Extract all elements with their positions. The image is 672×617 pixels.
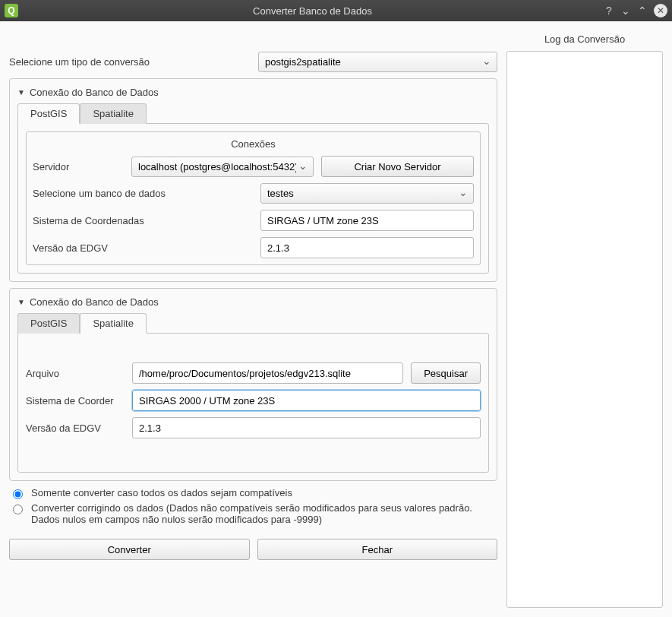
edgv-label: Versão da EDGV [33, 242, 253, 254]
window-title: Converter Banco de Dados [24, 5, 601, 17]
chevron-down-icon: ▼ [17, 88, 25, 97]
connections-title: Conexões [33, 138, 474, 150]
crs-input[interactable] [260, 210, 474, 231]
log-textarea[interactable] [506, 51, 663, 608]
conversion-options: Somente converter caso todos os dados se… [9, 487, 497, 528]
source-tabpanel: Conexões Servidor localhost (postgres@lo… [17, 123, 489, 274]
help-icon[interactable]: ? [601, 2, 617, 19]
chevron-down-icon: ▼ [17, 298, 25, 306]
app-icon: Q [5, 4, 18, 17]
server-select[interactable]: localhost (postgres@localhost:5432) [131, 157, 314, 177]
select-db-label: Selecione um banco de dados [33, 188, 253, 199]
convert-button[interactable]: Converter [9, 539, 250, 560]
maximize-icon[interactable]: ⌃ [634, 2, 651, 19]
radio-fix-label: Converter corrigindo os dados (Dados não… [31, 502, 497, 525]
target-db-toggle[interactable]: ▼ Conexão do Banco de Dados [17, 296, 489, 308]
crs-input-target[interactable] [132, 390, 481, 411]
radio-compatible-only[interactable] [13, 489, 23, 499]
conversion-type-select[interactable]: postgis2spatialite [258, 52, 497, 72]
source-db-toggle[interactable]: ▼ Conexão do Banco de Dados [17, 87, 489, 98]
tab-spatialite[interactable]: Spatialite [80, 103, 146, 124]
edgv-input[interactable] [260, 237, 474, 258]
target-tabpanel: Arquivo Pesquisar Sistema de Coorder Ver… [17, 333, 489, 473]
edgv-input-target[interactable] [132, 417, 481, 438]
browse-button[interactable]: Pesquisar [411, 362, 481, 384]
create-server-button[interactable]: Criar Novo Servidor [321, 156, 474, 177]
edgv-label-target: Versão da EDGV [26, 422, 125, 434]
server-label: Servidor [33, 161, 124, 172]
tab-postgis[interactable]: PostGIS [17, 103, 80, 124]
close-button[interactable]: Fechar [257, 539, 498, 560]
close-icon[interactable]: ✕ [654, 4, 667, 17]
target-db-group: ▼ Conexão do Banco de Dados PostGIS Spat… [9, 288, 497, 481]
database-select[interactable]: testes [260, 183, 474, 204]
file-input[interactable] [132, 362, 403, 384]
crs-label: Sistema de Coordenadas [33, 215, 253, 226]
radio-fix-data[interactable] [13, 505, 23, 514]
source-db-group: ▼ Conexão do Banco de Dados PostGIS Spat… [9, 78, 497, 282]
file-label: Arquivo [26, 368, 125, 379]
source-db-title: Conexão do Banco de Dados [30, 87, 159, 98]
crs-label-target: Sistema de Coorder [26, 395, 125, 407]
log-title: Log da Conversão [506, 30, 663, 51]
conversion-type-label: Selecione um tipo de conversão [9, 56, 251, 68]
tab-spatialite-target[interactable]: Spatialite [80, 313, 146, 334]
radio-compatible-label: Somente converter caso todos os dados se… [31, 487, 292, 498]
tab-postgis-target[interactable]: PostGIS [17, 313, 80, 334]
titlebar: Q Converter Banco de Dados ? ⌄ ⌃ ✕ [0, 0, 672, 21]
target-db-title: Conexão do Banco de Dados [30, 296, 159, 308]
minimize-icon[interactable]: ⌄ [617, 2, 634, 19]
